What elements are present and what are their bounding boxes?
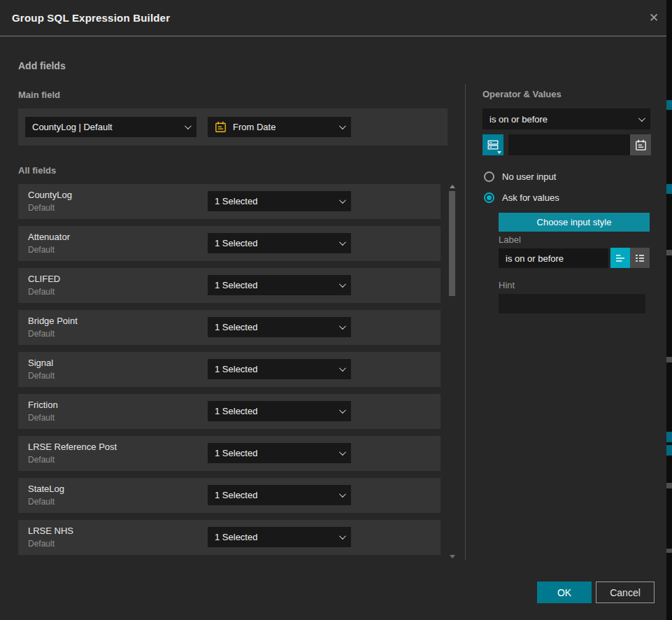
main-field-label: Main field	[18, 90, 60, 100]
chevron-down-icon	[339, 281, 346, 288]
field-selection-value: 1 Selected	[215, 406, 257, 416]
radio-no-user-input[interactable]: No user input	[484, 171, 556, 182]
field-type: Default	[28, 245, 55, 255]
field-row: Bridge Point Default 1 Selected	[18, 310, 441, 345]
field-row: CLIFED Default 1 Selected	[18, 268, 441, 303]
field-row: CountyLog Default 1 Selected	[18, 184, 441, 219]
field-select[interactable]: From Date	[208, 117, 351, 137]
scroll-down-icon[interactable]	[450, 555, 455, 558]
field-name: LRSE NHS	[28, 526, 73, 536]
calendar-icon	[215, 121, 227, 133]
list-icon	[634, 252, 646, 265]
date-picker-button[interactable]	[630, 134, 651, 155]
field-selection-select[interactable]: 1 Selected	[208, 527, 351, 547]
align-left-icon	[614, 252, 627, 265]
field-row: Friction Default 1 Selected	[18, 394, 441, 429]
unique-values-icon	[487, 139, 499, 151]
field-type: Default	[28, 497, 55, 507]
field-row: LRSE NHS Default 1 Selected	[18, 520, 441, 555]
chevron-down-icon	[339, 197, 346, 204]
field-type: Default	[28, 329, 55, 339]
ok-button[interactable]: OK	[537, 582, 592, 603]
field-row: Attenuator Default 1 Selected	[18, 226, 441, 261]
chevron-down-icon	[339, 449, 346, 456]
chevron-down-icon	[339, 365, 346, 372]
field-row: Signal Default 1 Selected	[18, 352, 441, 387]
layer-select-value: CountyLog | Default	[32, 122, 113, 132]
close-button[interactable]: ✕	[645, 9, 663, 27]
input-style-text-button[interactable]	[610, 248, 630, 268]
all-fields-list: CountyLog Default 1 Selected Attenuator …	[18, 184, 441, 555]
label-input[interactable]	[499, 248, 608, 268]
unique-values-button[interactable]	[482, 134, 503, 155]
panel-divider	[465, 84, 466, 560]
field-select-value: From Date	[233, 122, 276, 132]
field-selection-value: 1 Selected	[215, 490, 257, 500]
background-fragment	[666, 432, 672, 442]
background-fragment	[666, 549, 672, 553]
chevron-down-icon	[339, 533, 346, 540]
field-selection-select[interactable]: 1 Selected	[208, 191, 351, 211]
radio-ask-for-values[interactable]: Ask for values	[484, 192, 559, 203]
dialog-title: Group SQL Expression Builder	[12, 0, 170, 36]
close-icon: ✕	[649, 11, 659, 24]
background-fragment	[666, 357, 672, 362]
field-name: Attenuator	[28, 232, 70, 242]
field-selection-value: 1 Selected	[215, 280, 257, 290]
operator-values-heading: Operator & Values	[482, 89, 562, 99]
field-selection-value: 1 Selected	[215, 532, 257, 542]
field-type: Default	[28, 287, 55, 297]
chevron-down-icon	[339, 407, 346, 414]
radio-circle-icon	[484, 171, 494, 182]
field-selection-value: 1 Selected	[215, 238, 257, 248]
field-name: StateLog	[28, 484, 64, 494]
scrollbar-thumb[interactable]	[449, 191, 455, 296]
scroll-up-icon[interactable]	[450, 185, 455, 188]
list-scrollbar[interactable]	[449, 183, 456, 560]
field-selection-select[interactable]: 1 Selected	[208, 317, 351, 337]
background-fragment	[666, 445, 672, 456]
field-type: Default	[28, 203, 55, 213]
field-selection-select[interactable]: 1 Selected	[208, 401, 351, 421]
chevron-down-icon	[339, 239, 346, 246]
field-selection-select[interactable]: 1 Selected	[208, 275, 351, 295]
field-name: CountyLog	[28, 190, 72, 200]
field-name: Friction	[28, 400, 58, 410]
field-selection-select[interactable]: 1 Selected	[208, 233, 351, 253]
radio-label: No user input	[502, 171, 556, 182]
chevron-down-icon	[497, 151, 501, 154]
choose-input-style-button[interactable]: Choose input style	[499, 213, 650, 232]
field-name: LRSE Reference Post	[28, 442, 117, 452]
field-type: Default	[28, 371, 55, 381]
radio-circle-selected-icon	[484, 192, 494, 203]
chevron-down-icon	[339, 122, 346, 129]
chevron-down-icon	[339, 323, 346, 330]
calendar-icon	[635, 139, 647, 151]
radio-label: Ask for values	[502, 192, 559, 203]
hint-field-label: Hint	[499, 280, 515, 290]
layer-select[interactable]: CountyLog | Default	[25, 117, 196, 137]
field-selection-select[interactable]: 1 Selected	[208, 443, 351, 463]
chevron-down-icon	[339, 491, 346, 498]
label-field-label: Label	[499, 234, 521, 245]
field-name: CLIFED	[28, 274, 60, 284]
field-name: Bridge Point	[28, 316, 78, 326]
input-style-list-button[interactable]	[630, 248, 650, 268]
operator-select[interactable]: is on or before	[482, 108, 650, 129]
field-selection-select[interactable]: 1 Selected	[208, 359, 351, 379]
value-input[interactable]	[508, 134, 630, 155]
field-row: StateLog Default 1 Selected	[18, 478, 441, 513]
background-fragment	[666, 250, 672, 255]
field-type: Default	[28, 455, 55, 465]
all-fields-label: All fields	[18, 165, 56, 176]
field-row: LRSE Reference Post Default 1 Selected	[18, 436, 441, 471]
cancel-button[interactable]: Cancel	[596, 582, 655, 603]
field-selection-value: 1 Selected	[215, 448, 257, 458]
field-type: Default	[28, 413, 55, 423]
main-field-panel: CountyLog | Default From Date	[18, 108, 448, 146]
chevron-down-icon	[185, 122, 192, 129]
hint-input[interactable]	[499, 294, 645, 313]
field-type: Default	[28, 539, 55, 549]
field-selection-select[interactable]: 1 Selected	[208, 485, 351, 505]
title-bar: Group SQL Expression Builder ✕	[0, 0, 666, 36]
